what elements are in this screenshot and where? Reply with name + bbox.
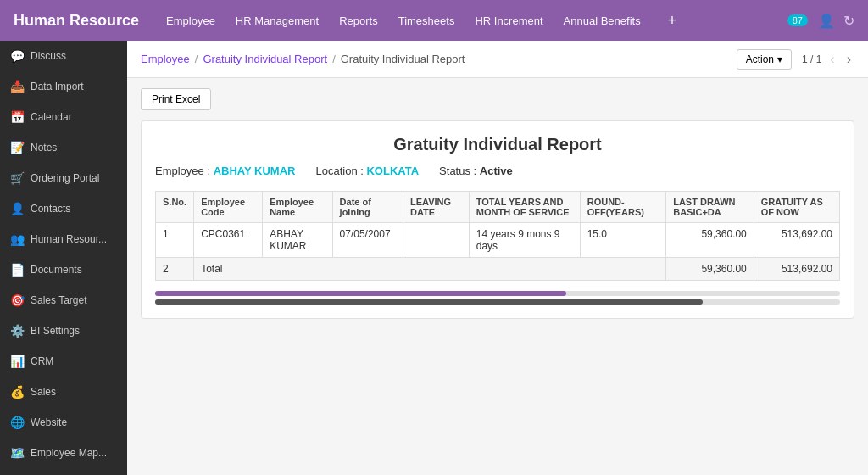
sidebar-item-ordering-portal[interactable]: 🛒 Ordering Portal [0, 163, 127, 193]
action-label: Action [746, 53, 774, 65]
sidebar-item-sales-target[interactable]: 🎯 Sales Target [0, 285, 127, 316]
report-card: Gratuity Individual Report Employee : AB… [141, 120, 854, 319]
cell-emp-code: CPC0361 [194, 223, 263, 258]
employee-map-icon: 🗺️ [10, 446, 24, 460]
sidebar-item-global-search[interactable]: 🔍 Global Search [0, 468, 127, 475]
pagination-next-button[interactable]: › [843, 50, 854, 69]
cell-leaving-date [403, 223, 470, 258]
secondary-nav: Employee / Gratuity Individual Report / … [127, 41, 868, 78]
notes-icon: 📝 [10, 141, 24, 154]
sidebar-item-bi-settings[interactable]: ⚙️ BI Settings [0, 316, 127, 346]
nav-reports[interactable]: Reports [339, 11, 378, 31]
col-total-years: TOTAL YEARS AND MONTH OF SERVICE [469, 192, 580, 223]
table-row: 1 CPC0361 ABHAY KUMAR 07/05/2007 14 year… [156, 223, 840, 258]
sidebar-label-documents: Documents [31, 264, 82, 276]
contacts-icon: 👤 [10, 202, 24, 215]
col-leaving-date: LEAVING DATE [403, 192, 470, 223]
sidebar-item-documents[interactable]: 📄 Documents [0, 254, 127, 285]
sidebar-label-calendar: Calendar [31, 111, 72, 123]
col-round-off: ROUND-OFF(YEARS) [580, 192, 666, 223]
sidebar-label-crm: CRM [31, 355, 53, 367]
nav-annual-benefits[interactable]: Annual Benefits [564, 11, 641, 31]
main-layout: 💬 Discuss 📥 Data Import 📅 Calendar 📝 Not… [0, 41, 868, 475]
status-label: Status : [439, 165, 476, 177]
print-excel-button[interactable]: Print Excel [141, 88, 211, 110]
cell-total-label: Total [194, 258, 666, 281]
breadcrumb-current: Gratuity Individual Report [341, 53, 465, 65]
sidebar-label-sales: Sales [31, 386, 56, 398]
nav-employee[interactable]: Employee [166, 11, 215, 31]
cell-doj: 07/05/2007 [332, 223, 403, 258]
meta-status: Status : Active [439, 165, 513, 177]
col-doj: Date of joining [332, 192, 403, 223]
sidebar-item-human-resource[interactable]: 👥 Human Resour... [0, 224, 127, 254]
sidebar-item-discuss[interactable]: 💬 Discuss [0, 41, 127, 71]
sidebar-label-contacts: Contacts [31, 203, 70, 215]
calendar-icon: 📅 [10, 110, 24, 124]
sidebar-label-ordering-portal: Ordering Portal [31, 172, 99, 184]
scrollbar-area [155, 291, 840, 305]
sales-target-icon: 🎯 [10, 293, 24, 307]
cell-sno: 1 [156, 223, 194, 258]
sidebar-item-calendar[interactable]: 📅 Calendar [0, 102, 127, 132]
cell-last-drawn: 59,360.00 [666, 223, 754, 258]
crm-icon: 📊 [10, 355, 24, 368]
sidebar-item-contacts[interactable]: 👤 Contacts [0, 193, 127, 224]
notification-badge[interactable]: 87 [787, 14, 808, 26]
sidebar-label-sales-target: Sales Target [31, 294, 87, 306]
sidebar-item-data-import[interactable]: 📥 Data Import [0, 71, 127, 102]
user-icon[interactable]: 👤 [818, 13, 835, 29]
nav-right: Action ▾ 1 / 1 ‹ › [737, 49, 854, 70]
col-gratuity: GRATUITY AS OF NOW [754, 192, 839, 223]
human-resource-icon: 👥 [10, 232, 24, 246]
report-title: Gratuity Individual Report [155, 135, 840, 154]
top-nav-links: Employee HR Management Reports Timesheet… [166, 11, 787, 31]
nav-add-button[interactable]: + [668, 12, 677, 30]
employee-label: Employee : [155, 165, 210, 177]
col-emp-code: Employee Code [194, 192, 263, 223]
horizontal-scrollbar-purple[interactable] [155, 291, 840, 296]
sidebar-item-sales[interactable]: 💰 Sales [0, 377, 127, 407]
refresh-icon[interactable]: ↻ [843, 13, 854, 29]
website-icon: 🌐 [10, 416, 24, 429]
action-button[interactable]: Action ▾ [737, 49, 792, 70]
col-emp-name: Employee Name [263, 192, 332, 223]
sales-icon: 💰 [10, 385, 24, 399]
cell-round-off: 15.0 [580, 223, 666, 258]
sidebar-label-employee-map: Employee Map... [31, 447, 107, 459]
scrollbar-thumb-purple [155, 291, 566, 296]
nav-hr-management[interactable]: HR Management [236, 11, 319, 31]
breadcrumb-employee[interactable]: Employee [141, 53, 190, 65]
nav-timesheets[interactable]: Timesheets [398, 11, 455, 31]
pagination: 1 / 1 ‹ › [802, 50, 854, 69]
sidebar: 💬 Discuss 📥 Data Import 📅 Calendar 📝 Not… [0, 41, 127, 475]
location-label: Location : [315, 165, 363, 177]
cell-total-gratuity: 513,692.00 [754, 258, 839, 281]
bi-settings-icon: ⚙️ [10, 324, 24, 338]
pagination-prev-button[interactable]: ‹ [826, 50, 837, 69]
sidebar-item-crm[interactable]: 📊 CRM [0, 346, 127, 377]
cell-emp-name: ABHAY KUMAR [263, 223, 332, 258]
sidebar-label-bi-settings: BI Settings [31, 325, 80, 337]
topnav-right: 87 👤 ↻ [787, 13, 854, 29]
cell-total-years: 14 years 9 mons 9 days [469, 223, 580, 258]
page-content: Print Excel Gratuity Individual Report E… [127, 78, 868, 475]
top-navigation: Human Resource Employee HR Management Re… [0, 0, 868, 41]
sidebar-item-employee-map[interactable]: 🗺️ Employee Map... [0, 438, 127, 468]
ordering-portal-icon: 🛒 [10, 171, 24, 185]
nav-hr-increment[interactable]: HR Increment [475, 11, 542, 31]
scrollbar-thumb-dark [155, 299, 703, 305]
documents-icon: 📄 [10, 263, 24, 277]
report-table: S.No. Employee Code Employee Name Date o… [155, 191, 840, 281]
cell-gratuity: 513,692.00 [754, 223, 839, 258]
employee-value: ABHAY KUMAR [214, 165, 296, 177]
sidebar-item-notes[interactable]: 📝 Notes [0, 132, 127, 163]
main-content: Employee / Gratuity Individual Report / … [127, 41, 868, 475]
sidebar-label-human-resource: Human Resour... [31, 233, 107, 245]
horizontal-scrollbar-dark[interactable] [155, 299, 840, 305]
action-chevron-icon: ▾ [777, 53, 782, 65]
table-total-row: 2 Total 59,360.00 513,692.00 [156, 258, 840, 281]
sidebar-item-website[interactable]: 🌐 Website [0, 407, 127, 438]
breadcrumb-gratuity-report[interactable]: Gratuity Individual Report [203, 53, 327, 65]
cell-total-sno: 2 [156, 258, 194, 281]
